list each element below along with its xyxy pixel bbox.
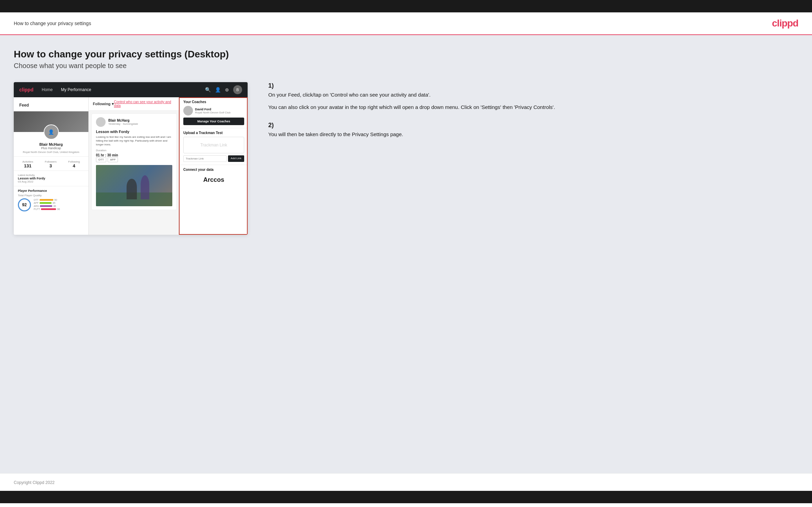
activity-title: Lesson with Fordy <box>96 130 172 134</box>
add-link-button[interactable]: Add Link <box>228 155 244 162</box>
instruction-step1: 1) On your Feed, click/tap on 'Control w… <box>268 82 791 111</box>
instructions-panel: 1) On your Feed, click/tap on 'Control w… <box>261 82 798 149</box>
stat-activities: Activities 131 <box>22 160 33 168</box>
tpq-bars: OTT 90 APP 85 ARG <box>34 199 84 211</box>
latest-activity-date: 03 Aug 2022 <box>18 180 84 183</box>
trackman-input-row: Add Link <box>183 155 244 162</box>
latest-activity-section: Latest Activity Lesson with Fordy 03 Aug… <box>14 171 88 186</box>
coaches-section: Your Coaches David Ford Royal North Devo… <box>180 97 248 128</box>
stat-activities-label: Activities <box>22 160 33 163</box>
tag-ott: OTT <box>96 157 106 162</box>
coach-info: David Ford Royal North Devon Golf Club <box>195 108 230 114</box>
nav-home[interactable]: Home <box>42 87 53 92</box>
app-sidebar: Feed 👤 Blair McHarg Plus Handicap Royal … <box>14 97 89 235</box>
avatar-button[interactable]: B <box>233 85 242 94</box>
clippd-logo: clippd <box>772 18 798 29</box>
tpq-bar-arg: ARG 86 <box>34 205 84 207</box>
connect-title: Connect your data <box>183 168 244 172</box>
activity-image <box>96 165 172 206</box>
activity-user-name: Blair McHarg <box>108 119 138 122</box>
feed-top-bar: Following ▾ Control who can see your act… <box>89 97 180 111</box>
stat-activities-value: 131 <box>22 163 33 168</box>
profile-club: Royal North Devon Golf Club, United King… <box>14 151 88 154</box>
stat-followers: Followers 3 <box>45 160 56 168</box>
app-body: Feed 👤 Blair McHarg Plus Handicap Royal … <box>14 97 248 235</box>
tag-app: APP <box>108 157 118 162</box>
stat-followers-label: Followers <box>45 160 56 163</box>
latest-activity-label: Latest Activity <box>18 174 84 177</box>
step2-number: 2) <box>268 122 274 129</box>
connect-section: Connect your data Arccos <box>180 165 248 189</box>
coach-name: David Ford <box>195 108 230 111</box>
following-button[interactable]: Following ▾ <box>93 102 114 106</box>
app-navbar: clippd Home My Performance 🔍 👤 ⊕ B <box>14 82 248 97</box>
coaches-title: Your Coaches <box>183 100 244 104</box>
nav-my-performance[interactable]: My Performance <box>61 87 91 92</box>
profile-banner: 👤 <box>14 111 88 132</box>
stat-following-label: Following <box>68 160 80 163</box>
profile-stats: Activities 131 Followers 3 Following 4 <box>14 156 88 171</box>
coach-avatar <box>183 106 193 115</box>
site-footer: Copyright Clippd 2022 <box>0 473 812 491</box>
activity-tags: OTT APP <box>96 157 172 162</box>
activity-header: Blair McHarg Yesterday · Sunningdale <box>96 117 172 127</box>
user-icon[interactable]: 👤 <box>215 87 221 92</box>
copyright: Copyright Clippd 2022 <box>14 480 55 485</box>
page-title: How to change your privacy settings (Des… <box>14 49 798 60</box>
activity-card: Blair McHarg Yesterday · Sunningdale Les… <box>91 113 177 210</box>
coach-row: David Ford Royal North Devon Golf Club <box>183 106 244 115</box>
profile-avatar: 👤 <box>44 124 59 140</box>
activity-duration-value: 01 hr : 30 min <box>96 153 172 157</box>
activity-duration-label: Duration <box>96 149 172 152</box>
step1-number: 1) <box>268 82 274 89</box>
player-performance-title: Player Performance <box>18 189 84 192</box>
trackman-section: Upload a Trackman Test Trackman Link Add… <box>180 128 248 165</box>
stat-followers-value: 3 <box>45 163 56 168</box>
feed-label: Feed <box>14 101 88 111</box>
main-content: How to change your privacy settings (Des… <box>0 35 812 473</box>
arccos-logo: Arccos <box>183 174 244 186</box>
bottom-bar <box>0 491 812 503</box>
trackman-link-input[interactable] <box>183 155 227 162</box>
tpq-bar-app: APP 85 <box>34 202 84 204</box>
player-performance-section: Player Performance Total Player Quality … <box>14 186 88 214</box>
profile-handicap: Plus Handicap <box>14 146 88 150</box>
compass-icon[interactable]: ⊕ <box>225 87 229 92</box>
content-layout: clippd Home My Performance 🔍 👤 ⊕ B Feed … <box>14 82 798 235</box>
top-bar <box>0 0 812 12</box>
control-privacy-link[interactable]: Control who can see your activity and da… <box>114 100 175 108</box>
step2-text: You will then be taken directly to the P… <box>268 130 791 139</box>
activity-user-info: Blair McHarg Yesterday · Sunningdale <box>108 119 138 125</box>
profile-name: Blair McHarg <box>14 142 88 146</box>
activity-avatar <box>96 117 106 127</box>
tpq-row: 92 OTT 90 APP 85 <box>18 198 84 211</box>
breadcrumb: How to change your privacy settings <box>14 21 91 26</box>
tpq-circle: 92 <box>18 198 31 211</box>
site-header: How to change your privacy settings clip… <box>0 12 812 35</box>
app-mockup: clippd Home My Performance 🔍 👤 ⊕ B Feed … <box>14 82 248 235</box>
trackman-box: Trackman Link <box>183 137 244 153</box>
app-feed: Following ▾ Control who can see your act… <box>89 97 180 235</box>
app-logo: clippd <box>19 87 33 92</box>
trackman-placeholder: Trackman Link <box>186 143 241 147</box>
app-nav-right: 🔍 👤 ⊕ B <box>205 85 242 94</box>
search-icon[interactable]: 🔍 <box>205 87 211 92</box>
activity-meta: Yesterday · Sunningdale <box>108 122 138 125</box>
tpq-bar-putt: PUTT 96 <box>34 208 84 210</box>
step1-alt-text: You can also click on your avatar in the… <box>268 103 791 111</box>
app-right-sidebar: Your Coaches David Ford Royal North Devo… <box>180 97 248 235</box>
coach-club: Royal North Devon Golf Club <box>195 111 230 114</box>
stat-following: Following 4 <box>68 160 80 168</box>
stat-following-value: 4 <box>68 163 80 168</box>
step1-text: On your Feed, click/tap on 'Control who … <box>268 91 791 99</box>
tpq-label: Total Player Quality <box>18 194 84 197</box>
activity-description: Looking to feel like my hands are exitin… <box>96 135 172 147</box>
tpq-bar-ott: OTT 90 <box>34 199 84 201</box>
page-subtitle: Choose what you want people to see <box>14 62 798 70</box>
manage-coaches-button[interactable]: Manage Your Coaches <box>183 118 244 125</box>
instruction-step2: 2) You will then be taken directly to th… <box>268 122 791 139</box>
latest-activity-name: Lesson with Fordy <box>18 177 84 180</box>
trackman-title: Upload a Trackman Test <box>183 131 244 135</box>
